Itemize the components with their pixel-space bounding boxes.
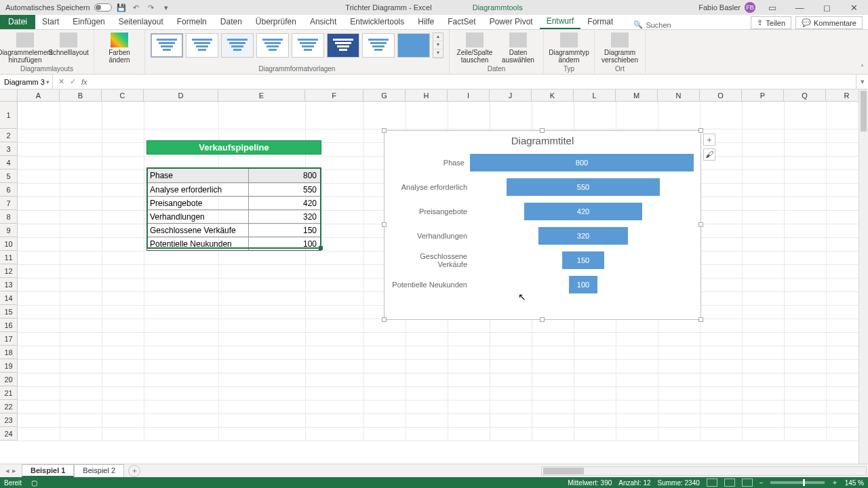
row-header[interactable]: 14 [0, 291, 18, 305]
view-normal-icon[interactable] [707, 479, 717, 487]
ribbon-tab-entwurf[interactable]: Entwurf [540, 14, 581, 29]
resize-handle[interactable] [698, 317, 703, 322]
zoom-out-icon[interactable]: − [760, 479, 764, 487]
scroll-thumb[interactable] [543, 468, 584, 474]
cell-value[interactable]: 100 [249, 237, 321, 250]
add-chart-element-button[interactable]: Diagrammelement hinzufügen [5, 33, 45, 64]
comments-button[interactable]: 💬Kommentare [795, 16, 863, 29]
row-header[interactable]: 17 [0, 332, 18, 346]
column-header[interactable]: I [448, 89, 490, 102]
switch-row-col-button[interactable]: Zeile/Spalte tauschen [455, 33, 494, 64]
close-icon[interactable]: ✕ [844, 1, 864, 14]
sheet-nav-first-icon[interactable]: ◂ [5, 466, 9, 475]
cell-label[interactable]: Potentielle Neukunden [147, 237, 249, 250]
scroll-thumb[interactable] [861, 91, 867, 131]
macro-record-icon[interactable]: ▢ [31, 479, 37, 487]
row-header[interactable]: 9 [0, 224, 18, 237]
row-header[interactable]: 10 [0, 237, 18, 251]
column-header[interactable]: A [18, 89, 60, 102]
sheet-nav-last-icon[interactable]: ▸ [12, 466, 16, 475]
row-header[interactable]: 12 [0, 264, 18, 278]
collapse-ribbon-icon[interactable]: ˄ [861, 64, 864, 71]
sheet-tab[interactable]: Beispiel 2 [74, 464, 124, 477]
sheet-tab[interactable]: Beispiel 1 [22, 464, 74, 477]
chart-bar[interactable]: 800 [470, 154, 694, 171]
column-header[interactable]: O [700, 89, 742, 102]
cell-label[interactable]: Geschlossene Verkäufe [147, 224, 249, 237]
undo-icon[interactable]: ↶ [131, 2, 142, 13]
chart-style-thumb[interactable] [256, 33, 289, 58]
column-header[interactable]: Q [784, 89, 826, 102]
chart-style-thumb[interactable] [292, 33, 324, 58]
ribbon-display-icon[interactable]: ▭ [762, 1, 783, 14]
row-header[interactable]: 11 [0, 251, 18, 264]
resize-handle[interactable] [382, 317, 387, 322]
chevron-down-icon[interactable]: ▾ [46, 79, 50, 85]
column-header[interactable]: K [532, 89, 574, 102]
chart-title[interactable]: Diagrammtitel [384, 131, 701, 148]
cell-label[interactable]: Verhandlungen [147, 210, 249, 223]
ribbon-tab-überprüfen[interactable]: Überprüfen [249, 14, 303, 29]
cell-label[interactable]: Phase [147, 169, 249, 182]
column-header[interactable]: H [406, 89, 448, 102]
ribbon-tab-hilfe[interactable]: Hilfe [411, 14, 441, 29]
row-header[interactable]: 1 [0, 102, 18, 129]
cell-value[interactable]: 420 [249, 197, 321, 209]
cell-value[interactable]: 800 [249, 169, 321, 182]
column-header[interactable]: J [490, 89, 532, 102]
column-header[interactable]: D [144, 89, 218, 102]
ribbon-tab-formeln[interactable]: Formeln [170, 14, 214, 29]
chart-bar[interactable]: 550 [507, 178, 660, 196]
resize-handle[interactable] [540, 128, 545, 133]
column-header[interactable]: C [102, 89, 144, 102]
view-page-break-icon[interactable] [742, 479, 753, 487]
cell-label[interactable]: Analyse erforderlich [147, 183, 249, 196]
expand-formula-bar-icon[interactable]: ▾ [856, 75, 868, 89]
row-header[interactable]: 6 [0, 183, 18, 197]
row-header[interactable]: 24 [0, 427, 18, 441]
resize-handle[interactable] [382, 128, 387, 133]
row-header[interactable]: 7 [0, 197, 18, 210]
autosave-toggle[interactable] [94, 3, 112, 12]
chart-bar[interactable]: 420 [524, 203, 642, 220]
view-page-layout-icon[interactable] [724, 479, 735, 487]
quick-layout-button[interactable]: Schnelllayout [49, 33, 88, 56]
chart-style-thumb[interactable] [151, 33, 183, 58]
column-header[interactable]: B [60, 89, 102, 102]
horizontal-scrollbar[interactable] [541, 466, 867, 476]
table-row[interactable]: Verhandlungen320 [147, 209, 321, 223]
table-row[interactable]: Potentielle Neukunden100 [147, 237, 321, 250]
table-row[interactable]: Preisangebote420 [147, 196, 321, 209]
chart-bar[interactable]: 100 [569, 276, 597, 293]
select-all-corner[interactable] [0, 89, 18, 102]
styles-gallery-nav[interactable]: ▾ [433, 49, 443, 58]
column-header[interactable]: P [742, 89, 784, 102]
change-chart-type-button[interactable]: Diagrammtyp ändern [549, 33, 589, 64]
vertical-scrollbar[interactable] [859, 89, 868, 464]
chart-styles-button[interactable]: 🖌 [703, 148, 715, 161]
ribbon-tab-entwicklertools[interactable]: Entwicklertools [343, 14, 411, 29]
add-sheet-button[interactable]: ＋ [128, 465, 140, 477]
ribbon-tab-start[interactable]: Start [35, 14, 66, 29]
chart-object[interactable]: ＋ 🖌 Diagrammtitel Phase800Analyse erford… [384, 130, 701, 320]
row-header[interactable]: 20 [0, 373, 18, 386]
fx-icon[interactable]: fx [81, 78, 87, 86]
zoom-slider[interactable] [770, 481, 825, 484]
ribbon-tab-einfügen[interactable]: Einfügen [66, 14, 111, 29]
name-box[interactable]: Diagramm 3▾ [0, 75, 53, 89]
cell-label[interactable]: Preisangebote [147, 197, 249, 209]
chart-style-thumb[interactable] [362, 33, 395, 58]
chart-style-thumb[interactable] [221, 33, 254, 58]
row-header[interactable]: 5 [0, 169, 18, 183]
file-tab[interactable]: Datei [0, 14, 35, 29]
share-button[interactable]: ⇪Teilen [751, 16, 791, 29]
chart-style-thumb[interactable] [186, 33, 218, 58]
tell-me-search[interactable]: 🔍 Suchen [633, 20, 671, 29]
row-header[interactable]: 15 [0, 305, 18, 319]
chart-bar[interactable]: 150 [562, 251, 604, 269]
row-header[interactable]: 4 [0, 156, 18, 169]
redo-icon[interactable]: ↷ [146, 2, 157, 13]
ribbon-tab-seitenlayout[interactable]: Seitenlayout [112, 14, 170, 29]
zoom-in-icon[interactable]: ＋ [831, 478, 838, 487]
column-header[interactable]: E [218, 89, 305, 102]
